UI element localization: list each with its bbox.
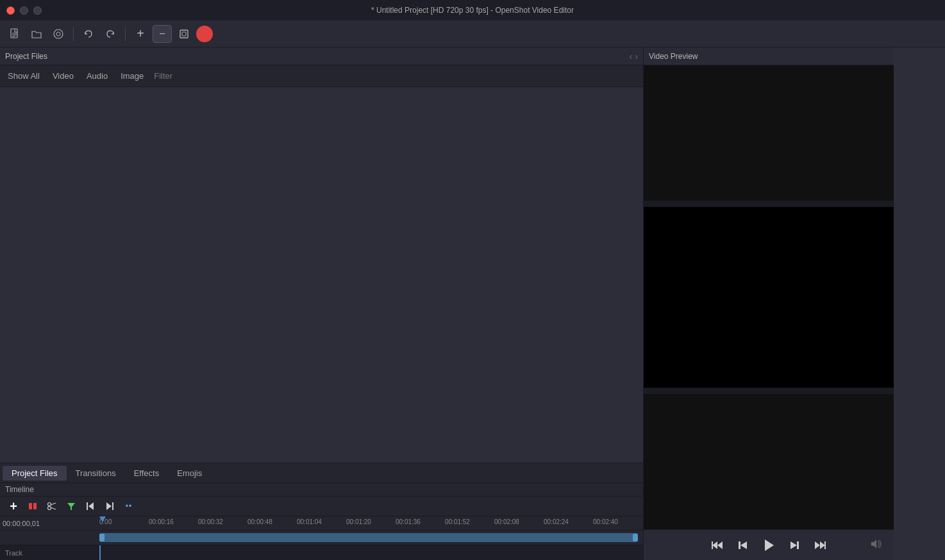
svg-marker-22 [740, 541, 747, 549]
scrollbar-right-handle[interactable] [633, 534, 638, 541]
dots-icon: •• [126, 502, 132, 511]
svg-rect-17 [112, 502, 113, 510]
skip-back-fast-icon [711, 539, 724, 552]
preview-area [644, 65, 894, 529]
new-file-button[interactable] [5, 25, 24, 43]
svg-rect-21 [712, 541, 713, 549]
toolbar-separator-1 [73, 27, 74, 41]
svg-rect-6 [180, 30, 188, 38]
volume-icon[interactable] [871, 538, 882, 552]
jump-start-button[interactable] [82, 498, 99, 514]
snap-button[interactable] [24, 498, 41, 514]
preview-top-segment [644, 65, 894, 201]
current-time-display: 00:00:00,01 [3, 520, 40, 527]
folder-icon [31, 28, 42, 40]
new-file-icon [9, 28, 21, 40]
skip-forward-fast-icon [814, 539, 826, 552]
redo-icon [105, 29, 115, 39]
svg-rect-8 [29, 503, 32, 509]
svg-point-4 [54, 29, 63, 38]
tab-transitions[interactable]: Transitions [67, 466, 125, 481]
maximize-button[interactable] [33, 6, 42, 15]
plus-icon: + [137, 26, 144, 41]
titlebar: * Untitled Project [HD 720p 30 fps] - Op… [0, 0, 945, 21]
timeline-track-area: 00:00:00,01 0:00 00:00:16 00:00:32 00:00… [0, 516, 643, 560]
add-button[interactable]: + [131, 25, 150, 43]
track-label: Track [0, 545, 99, 560]
svg-marker-27 [815, 541, 820, 549]
skip-forward-fast-button[interactable] [810, 535, 830, 556]
tab-project-files[interactable]: Project Files [3, 466, 67, 481]
cut-button[interactable] [44, 498, 60, 514]
toolbar-separator-2 [125, 27, 126, 41]
playhead-line [99, 545, 101, 560]
jump-end-icon [105, 502, 114, 511]
filter-input[interactable] [154, 71, 638, 81]
undo-icon [83, 29, 94, 39]
preview-mid-segment [644, 207, 894, 388]
nav-back-arrow[interactable]: ‹ [630, 51, 633, 62]
svg-line-13 [51, 507, 56, 509]
skip-back-icon [737, 539, 749, 552]
svg-marker-25 [790, 541, 797, 549]
timecode-8: 00:02:08 [494, 518, 519, 525]
tab-effects[interactable]: Effects [125, 466, 169, 481]
project-files-label: Project Files [5, 52, 47, 61]
skip-forward-button[interactable] [784, 535, 805, 556]
video-preview-header: Video Preview [644, 47, 894, 65]
project-files-header: Project Files ‹ › [0, 47, 643, 65]
fullscreen-button[interactable] [174, 25, 194, 43]
skip-forward-icon [788, 539, 801, 552]
open-file-button[interactable] [27, 25, 46, 43]
toolbar: + − [0, 21, 945, 47]
timecode-6: 00:01:36 [396, 518, 421, 525]
close-button[interactable] [6, 6, 15, 15]
preview-divider-2 [644, 388, 894, 394]
remove-button[interactable]: − [153, 25, 172, 43]
jump-start-icon [86, 502, 95, 511]
timecode-5: 00:01:20 [346, 518, 371, 525]
preview-divider-1 [644, 201, 894, 207]
svg-rect-7 [182, 32, 186, 36]
svg-marker-19 [712, 541, 717, 549]
main-content: Project Files ‹ › Show All Video Audio I… [0, 47, 945, 560]
filter-tab-image[interactable]: Image [118, 70, 146, 82]
timeline-toolbar: + [0, 497, 643, 516]
skip-back-button[interactable] [733, 535, 753, 556]
snap-icon [28, 501, 38, 511]
svg-marker-30 [871, 539, 876, 548]
jump-end-button[interactable] [101, 498, 118, 514]
redo-button[interactable] [101, 25, 120, 43]
svg-rect-15 [87, 502, 88, 510]
svg-marker-14 [67, 503, 75, 510]
filter-tab-video[interactable]: Video [50, 70, 76, 82]
undo-button[interactable] [79, 25, 98, 43]
add-track-button[interactable]: + [5, 498, 22, 514]
timeline-scrollbar[interactable] [99, 533, 638, 542]
save-file-button[interactable] [49, 25, 68, 43]
filter-tab-show-all[interactable]: Show All [5, 70, 42, 82]
dots-button[interactable]: •• [121, 498, 137, 514]
svg-marker-28 [820, 541, 825, 549]
nav-forward-arrow[interactable]: › [635, 51, 638, 62]
svg-point-10 [48, 503, 51, 506]
timecode-1: 00:00:16 [149, 518, 174, 525]
tab-emojis[interactable]: Emojis [168, 466, 211, 481]
svg-marker-18 [106, 502, 112, 510]
skip-back-fast-button[interactable] [707, 535, 728, 556]
left-panel: Project Files ‹ › Show All Video Audio I… [0, 47, 644, 560]
minimize-button[interactable] [20, 6, 28, 15]
scrollbar-left-handle[interactable] [99, 534, 105, 541]
record-button[interactable] [196, 26, 213, 42]
svg-rect-29 [824, 541, 826, 549]
window-title: * Untitled Project [HD 720p 30 fps] - Op… [371, 6, 574, 15]
timecode-2: 00:00:32 [198, 518, 223, 525]
svg-marker-24 [765, 539, 774, 551]
play-button[interactable] [758, 535, 779, 556]
volume-svg [871, 538, 882, 550]
timecode-4: 00:01:04 [297, 518, 322, 525]
filter-tab-audio[interactable]: Audio [84, 70, 110, 82]
filter-button[interactable] [63, 498, 79, 514]
nav-arrows: ‹ › [630, 51, 638, 62]
filter-bar: Show All Video Audio Image [0, 65, 643, 87]
